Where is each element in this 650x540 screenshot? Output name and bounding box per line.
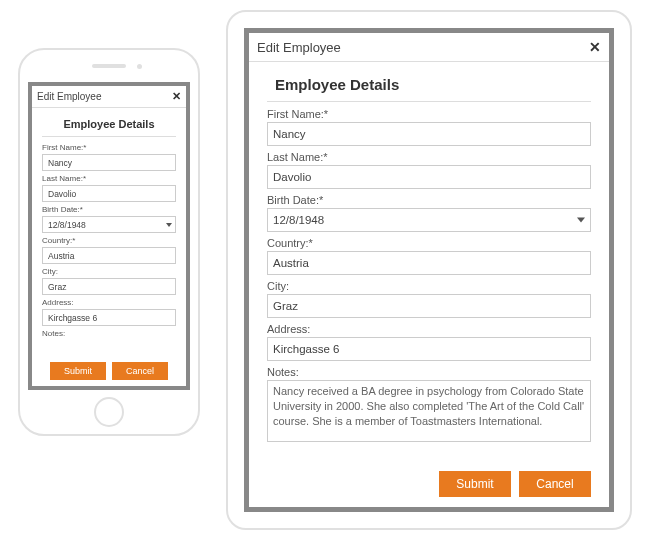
dialog-body: Employee Details First Name:* Last Name:…: [32, 108, 186, 358]
edit-employee-dialog: Edit Employee ✕ Employee Details First N…: [32, 86, 186, 386]
tablet-device-frame: Edit Employee ✕ Employee Details First N…: [226, 10, 632, 530]
notes-field-group: Notes:: [42, 329, 176, 338]
first-name-field-group: First Name:*: [42, 143, 176, 171]
submit-button[interactable]: Submit: [50, 362, 106, 380]
city-field-group: City:: [42, 267, 176, 295]
country-label: Country:*: [267, 237, 591, 249]
dialog-header: Edit Employee ✕: [32, 86, 186, 108]
birth-date-label: Birth Date:*: [267, 194, 591, 206]
country-input[interactable]: [42, 247, 176, 264]
first-name-field-group: First Name:*: [267, 108, 591, 146]
birth-date-field-group: Birth Date:*: [42, 205, 176, 233]
address-input[interactable]: [267, 337, 591, 361]
dialog-title: Edit Employee: [257, 40, 341, 55]
city-label: City:: [42, 267, 176, 276]
cancel-button[interactable]: Cancel: [112, 362, 168, 380]
address-field-group: Address:: [42, 298, 176, 326]
first-name-input[interactable]: [42, 154, 176, 171]
section-title: Employee Details: [267, 70, 591, 102]
country-input[interactable]: [267, 251, 591, 275]
last-name-field-group: Last Name:*: [42, 174, 176, 202]
birth-date-label: Birth Date:*: [42, 205, 176, 214]
country-label: Country:*: [42, 236, 176, 245]
last-name-input[interactable]: [42, 185, 176, 202]
phone-home-button[interactable]: [94, 397, 124, 427]
dialog-title: Edit Employee: [37, 91, 101, 102]
birth-date-input[interactable]: [42, 216, 176, 233]
last-name-label: Last Name:*: [42, 174, 176, 183]
last-name-label: Last Name:*: [267, 151, 591, 163]
address-label: Address:: [267, 323, 591, 335]
last-name-field-group: Last Name:*: [267, 151, 591, 189]
close-icon[interactable]: ✕: [589, 39, 601, 55]
first-name-label: First Name:*: [267, 108, 591, 120]
close-icon[interactable]: ✕: [172, 90, 181, 103]
first-name-input[interactable]: [267, 122, 591, 146]
last-name-input[interactable]: [267, 165, 591, 189]
section-title: Employee Details: [42, 114, 176, 137]
first-name-label: First Name:*: [42, 143, 176, 152]
country-field-group: Country:*: [267, 237, 591, 275]
address-label: Address:: [42, 298, 176, 307]
city-input[interactable]: [42, 278, 176, 295]
dialog-body: Employee Details First Name:* Last Name:…: [249, 62, 609, 463]
notes-label: Notes:: [267, 366, 591, 378]
cancel-button[interactable]: Cancel: [519, 471, 591, 497]
phone-device-frame: Edit Employee ✕ Employee Details First N…: [18, 48, 200, 436]
birth-date-input[interactable]: [267, 208, 591, 232]
dialog-footer: Submit Cancel: [249, 463, 609, 507]
submit-button[interactable]: Submit: [439, 471, 511, 497]
phone-screen: Edit Employee ✕ Employee Details First N…: [28, 82, 190, 390]
edit-employee-dialog: Edit Employee ✕ Employee Details First N…: [249, 33, 609, 507]
dialog-footer: Submit Cancel: [32, 358, 186, 386]
country-field-group: Country:*: [42, 236, 176, 264]
phone-camera: [137, 64, 142, 69]
notes-field-group: Notes: Nancy received a BA degree in psy…: [267, 366, 591, 445]
phone-speaker: [92, 64, 126, 68]
address-field-group: Address:: [267, 323, 591, 361]
birth-date-field-group: Birth Date:*: [267, 194, 591, 232]
birth-date-select-wrap: [42, 216, 176, 233]
city-field-group: City:: [267, 280, 591, 318]
tablet-screen: Edit Employee ✕ Employee Details First N…: [244, 28, 614, 512]
address-input[interactable]: [42, 309, 176, 326]
notes-label: Notes:: [42, 329, 176, 338]
birth-date-select-wrap: [267, 208, 591, 232]
city-input[interactable]: [267, 294, 591, 318]
city-label: City:: [267, 280, 591, 292]
dialog-header: Edit Employee ✕: [249, 33, 609, 62]
notes-textarea[interactable]: Nancy received a BA degree in psychology…: [267, 380, 591, 442]
